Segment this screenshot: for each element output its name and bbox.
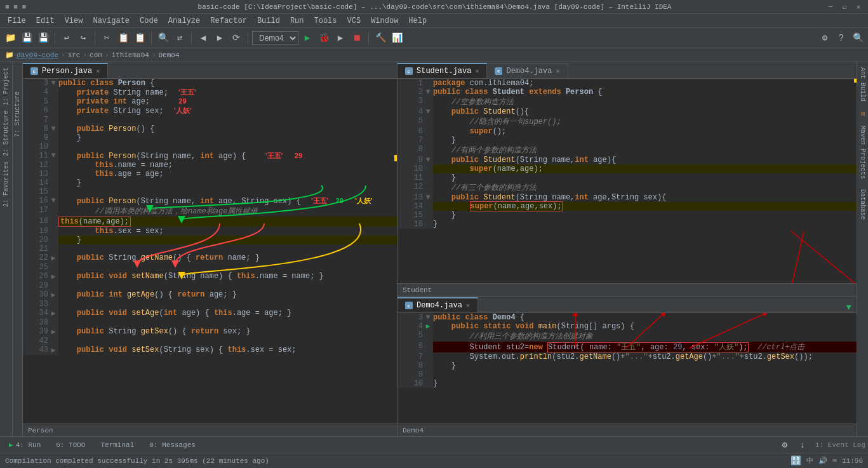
- d-line-4: 4 ▶ public static void main(String[] arg…: [397, 322, 857, 331]
- breadcrumb-class[interactable]: Demo4: [159, 51, 180, 59]
- tab-student-java[interactable]: c Student.java ✕: [397, 63, 487, 78]
- editor-footer-student: Student: [397, 283, 857, 296]
- sidebar-structure[interactable]: 2: Structure: [1, 108, 11, 159]
- terminal-tab[interactable]: Terminal: [94, 438, 140, 452]
- maven-tab[interactable]: m: [858, 107, 867, 121]
- close-button[interactable]: ✕: [854, 3, 863, 11]
- stop-button[interactable]: ⏹: [349, 30, 364, 46]
- expand-icon[interactable]: ▼: [841, 302, 857, 312]
- maximize-button[interactable]: ◻: [840, 3, 849, 11]
- d-line-10: 10 }: [397, 379, 857, 388]
- sidebar-favorites[interactable]: 2: Favorites: [1, 159, 11, 210]
- run-button[interactable]: ▶: [300, 30, 315, 46]
- line-10: 10: [23, 142, 397, 151]
- line-43: 43 ▶ public void setSex(String sex) { th…: [23, 345, 397, 355]
- cursor-icon: 🔡: [791, 455, 801, 466]
- breadcrumb-com[interactable]: com: [90, 51, 102, 59]
- sidebar-project[interactable]: 1: Project: [1, 65, 11, 108]
- line-15: 15: [23, 187, 397, 196]
- menu-edit[interactable]: Edit: [31, 15, 60, 27]
- toolbar-save[interactable]: 💾: [19, 30, 34, 46]
- menu-tools[interactable]: Tools: [309, 15, 342, 27]
- menu-help[interactable]: Help: [403, 15, 432, 27]
- messages-tab-label: 0: Messages: [149, 441, 196, 449]
- menu-bar: File Edit View Navigate Code Analyze Ref…: [0, 14, 868, 28]
- run-with-coverage[interactable]: ▶: [333, 30, 348, 46]
- toolbar-cut[interactable]: ✂: [99, 30, 114, 46]
- toolbar-paste[interactable]: 📋: [132, 30, 147, 46]
- breadcrumb-src[interactable]: src: [68, 51, 81, 59]
- menu-analyze[interactable]: Analyze: [163, 15, 205, 27]
- menu-refactor[interactable]: Refactor: [205, 15, 252, 27]
- close-tab-student[interactable]: ✕: [475, 67, 479, 75]
- toolbar-save-all[interactable]: 💾: [36, 30, 51, 46]
- todo-tab-label: 6: TODO: [56, 441, 85, 449]
- tab-bar-left: c Person.java ✕: [23, 62, 397, 79]
- separator-3: [151, 32, 152, 44]
- tab-demo4-bottom[interactable]: c Demo4.java ✕: [397, 297, 478, 312]
- java-icon-demo4-top: c: [495, 67, 502, 75]
- menu-navigate[interactable]: Navigate: [88, 15, 135, 27]
- line-18: 18 this(name,age);: [23, 217, 397, 227]
- toolbar-open[interactable]: 📁: [3, 30, 18, 46]
- close-tab-demo4-top[interactable]: ✕: [556, 67, 559, 75]
- left-sidebar: 1: Project 2: Structure 2: Favorites: [0, 62, 13, 436]
- menu-code[interactable]: Code: [135, 15, 163, 27]
- database-tab[interactable]: Database: [858, 184, 867, 225]
- menu-window[interactable]: Window: [366, 15, 403, 27]
- menu-file[interactable]: File: [3, 15, 31, 27]
- run-tab[interactable]: ▶ 4: Run: [3, 438, 47, 452]
- separator-4: [191, 32, 192, 44]
- menu-vcs[interactable]: VCS: [342, 15, 366, 27]
- s-line-14: 14 super(name,age,sex);: [397, 202, 857, 211]
- line-13: 13 this.age = age;: [23, 170, 397, 178]
- bottom-tabs: ▶ 4: Run 6: TODO Terminal 0: Messages ⚙ …: [0, 436, 868, 453]
- line-26: 26 ▶ public void setName(String name) { …: [23, 272, 397, 281]
- breadcrumb-project[interactable]: day09-code: [17, 51, 58, 59]
- code-table-demo4: 3 ▼ public class Demo4 { 4 ▶ public stat…: [397, 313, 857, 388]
- toolbar-undo[interactable]: ↩: [59, 30, 74, 46]
- breadcrumb-package[interactable]: ithiema04: [111, 51, 149, 59]
- settings-btn[interactable]: ⚙: [817, 30, 832, 46]
- toolbar-nav[interactable]: ⟳: [229, 30, 244, 46]
- code-area-demo4[interactable]: 3 ▼ public class Demo4 { 4 ▶ public stat…: [397, 313, 857, 424]
- profile-btn[interactable]: 📊: [389, 30, 404, 46]
- tab-person-java[interactable]: c Person.java ✕: [23, 63, 108, 78]
- minimize-button[interactable]: —: [826, 3, 835, 11]
- run-config-dropdown[interactable]: Demo4: [252, 31, 298, 45]
- close-tab-demo4[interactable]: ✕: [466, 302, 470, 309]
- search-everywhere[interactable]: 🔍: [850, 30, 865, 46]
- line-30: 30 ▶ public int getAge() { return age; }: [23, 290, 397, 300]
- build-btn[interactable]: 🔨: [373, 30, 388, 46]
- tab-demo4-top[interactable]: c Demo4.java ✕: [487, 63, 568, 78]
- s-line-12: 12 //有三个参数的构造方法: [397, 182, 857, 193]
- messages-tab[interactable]: 0: Messages: [143, 438, 202, 452]
- event-log[interactable]: 1: Event Log: [815, 441, 865, 449]
- toolbar-prev[interactable]: ◀: [196, 30, 211, 46]
- menu-run[interactable]: Run: [285, 15, 309, 27]
- status-bar: Compilation completed successfully in 2s…: [0, 453, 868, 468]
- window-title: basic-code [C:\IdeaProject\basic-code] –…: [43, 3, 826, 11]
- settings-icon-bottom[interactable]: ⚙: [777, 438, 792, 453]
- class-label-demo4: Demo4: [403, 427, 424, 434]
- java-icon-demo4: c: [405, 302, 413, 309]
- toolbar-copy[interactable]: 📋: [116, 30, 131, 46]
- toolbar-redo[interactable]: ↪: [76, 30, 91, 46]
- line-11: 11 ▼ public Person(String name, int age)…: [23, 151, 397, 161]
- todo-tab[interactable]: 6: TODO: [50, 438, 91, 452]
- toolbar-search[interactable]: 🔍: [156, 30, 171, 46]
- code-area-student[interactable]: 1 package com.ithiema04; 2 ▼ public clas…: [397, 79, 857, 283]
- ant-build-tab[interactable]: Ant Build: [858, 62, 867, 107]
- debug-button[interactable]: 🐞: [316, 30, 331, 46]
- close-tab-person[interactable]: ✕: [96, 67, 100, 75]
- code-area-person[interactable]: 3 ▼ public class Person { 4 private Stri…: [23, 79, 397, 424]
- menu-view[interactable]: View: [60, 15, 88, 27]
- help-btn[interactable]: ?: [834, 30, 849, 46]
- toolbar-next[interactable]: ▶: [212, 30, 227, 46]
- menu-build[interactable]: Build: [252, 15, 285, 27]
- minimize-panel-btn[interactable]: ↓: [795, 438, 810, 453]
- toolbar: 📁 💾 💾 ↩ ↪ ✂ 📋 📋 🔍 ⇄ ◀ ▶ ⟳ Demo4 ▶ 🐞 ▶ ⏹ …: [0, 28, 868, 48]
- toolbar-replace[interactable]: ⇄: [172, 30, 187, 46]
- maven-projects-tab[interactable]: Maven Projects: [858, 121, 867, 184]
- structure-label[interactable]: 7: Structure: [13, 88, 22, 141]
